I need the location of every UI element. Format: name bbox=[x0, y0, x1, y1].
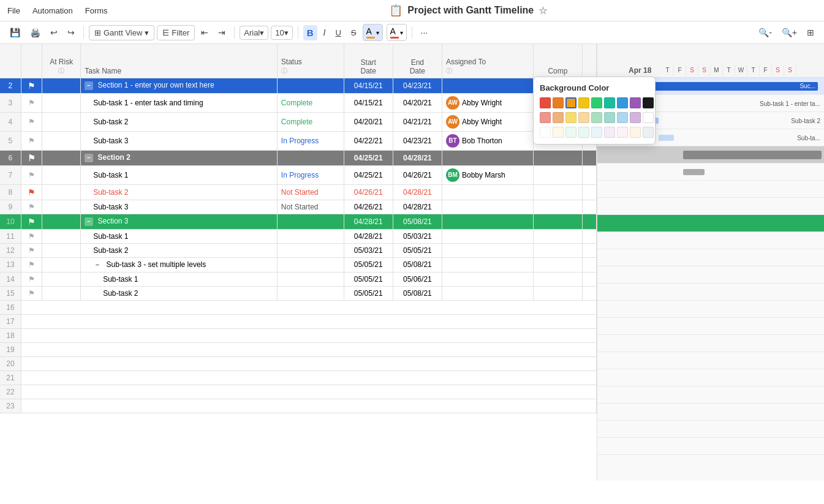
color-swatch[interactable] bbox=[578, 97, 589, 108]
task-name-cell[interactable]: Sub-task 1 bbox=[81, 272, 278, 286]
star-icon[interactable]: ☆ bbox=[539, 5, 547, 17]
assigned-info-icon: ⓘ bbox=[446, 67, 452, 74]
color-swatch[interactable] bbox=[578, 112, 589, 123]
flag-cell[interactable]: ⚑ bbox=[21, 229, 42, 243]
task-name-cell[interactable]: Sub-task 1 bbox=[81, 165, 278, 184]
more-options-button[interactable]: ··· bbox=[417, 25, 432, 40]
color-swatch[interactable] bbox=[591, 112, 602, 123]
strikethrough-button[interactable]: S bbox=[347, 26, 360, 40]
task-name-cell[interactable]: Sub-task 3 bbox=[81, 200, 278, 214]
font-size-selector[interactable]: 10 ▾ bbox=[271, 26, 292, 40]
color-swatch[interactable] bbox=[630, 112, 641, 123]
row-num: 9 bbox=[0, 200, 21, 214]
color-swatch[interactable] bbox=[617, 97, 628, 108]
extra-cell bbox=[582, 150, 596, 165]
color-grid-row3 bbox=[540, 127, 649, 138]
color-swatch[interactable] bbox=[553, 97, 564, 108]
undo-button[interactable]: ↩ bbox=[47, 25, 61, 40]
indent-increase-button[interactable]: ⇥ bbox=[214, 25, 229, 40]
color-swatch[interactable] bbox=[565, 112, 576, 123]
collapse-icon[interactable]: − bbox=[85, 217, 93, 226]
redo-button[interactable]: ↪ bbox=[64, 25, 78, 40]
color-swatch-selected[interactable] bbox=[565, 97, 576, 108]
fullscreen-button[interactable]: ⊞ bbox=[803, 25, 818, 40]
bold-button[interactable]: B bbox=[303, 25, 317, 40]
task-name-cell[interactable]: Sub-task 2 bbox=[81, 243, 278, 257]
flag-cell[interactable]: ⚑ bbox=[21, 131, 42, 150]
color-swatch[interactable] bbox=[604, 97, 615, 108]
save-button[interactable]: 💾 bbox=[6, 25, 24, 40]
collapse-icon[interactable]: − bbox=[85, 81, 93, 90]
extra-cell bbox=[582, 257, 596, 272]
zoom-in-button[interactable]: 🔍+ bbox=[778, 25, 801, 40]
flag-cell[interactable]: ⚑ bbox=[21, 257, 42, 272]
bg-color-dropdown-arrow[interactable]: ▾ bbox=[376, 29, 379, 36]
gantt-row bbox=[597, 249, 824, 266]
gantt-view-button[interactable]: ⊞ Gantt View ▾ bbox=[89, 25, 154, 40]
flag-cell[interactable]: ⚑ bbox=[21, 93, 42, 112]
color-swatch[interactable] bbox=[553, 127, 564, 138]
print-button[interactable]: 🖨️ bbox=[26, 25, 44, 40]
task-name-cell[interactable]: − Sub-task 3 - set multiple levels bbox=[81, 257, 278, 272]
font-color-button[interactable]: A ▾ bbox=[387, 24, 407, 41]
indent-decrease-button[interactable]: ⇤ bbox=[197, 25, 212, 40]
flag-cell[interactable]: ⚑ bbox=[21, 112, 42, 131]
color-swatch[interactable] bbox=[540, 97, 551, 108]
task-name-cell[interactable]: Sub-task 1 bbox=[81, 229, 278, 243]
row-num: 5 bbox=[0, 131, 21, 150]
menu-file[interactable]: File bbox=[7, 6, 20, 15]
underline-button[interactable]: U bbox=[331, 26, 344, 40]
color-swatch[interactable] bbox=[643, 112, 654, 123]
assigned-cell: AW Abby Wright bbox=[442, 93, 533, 112]
flag-cell[interactable]: ⚑ bbox=[21, 286, 42, 300]
flag-cell[interactable]: ⚑ bbox=[21, 184, 42, 200]
color-swatch[interactable] bbox=[553, 112, 564, 123]
background-color-button[interactable]: A ▾ bbox=[363, 24, 383, 41]
color-swatch[interactable] bbox=[604, 127, 615, 138]
flag-cell[interactable]: ⚑ bbox=[21, 150, 42, 165]
color-swatch[interactable] bbox=[591, 97, 602, 108]
flag-cell[interactable]: ⚑ bbox=[21, 200, 42, 214]
flag-cell[interactable]: ⚑ bbox=[21, 243, 42, 257]
color-swatch[interactable] bbox=[643, 97, 654, 108]
flag-cell[interactable]: ⚑ bbox=[21, 214, 42, 229]
collapse-icon[interactable]: − bbox=[85, 154, 93, 162]
color-swatch[interactable] bbox=[604, 112, 615, 123]
collapse-icon[interactable]: − bbox=[93, 261, 102, 269]
task-name-cell[interactable]: Sub-task 2 bbox=[81, 184, 278, 200]
task-name-cell[interactable]: Sub-task 1 - enter task and timing bbox=[81, 93, 278, 112]
task-name-cell[interactable]: Sub-task 3 bbox=[81, 131, 278, 150]
color-swatch[interactable] bbox=[643, 127, 654, 138]
color-swatch[interactable] bbox=[540, 127, 551, 138]
color-swatch[interactable] bbox=[578, 127, 589, 138]
color-swatch[interactable] bbox=[630, 127, 641, 138]
table-row: 22 bbox=[0, 385, 597, 399]
menu-forms[interactable]: Forms bbox=[85, 6, 108, 15]
font-selector[interactable]: Arial ▾ bbox=[240, 26, 268, 40]
color-swatch[interactable] bbox=[617, 127, 628, 138]
color-swatch[interactable] bbox=[591, 127, 602, 138]
task-name-cell[interactable]: Sub-task 2 bbox=[81, 286, 278, 300]
end-cell: 05/06/21 bbox=[393, 272, 442, 286]
color-swatch[interactable] bbox=[540, 112, 551, 123]
color-swatch[interactable] bbox=[617, 112, 628, 123]
menu-automation[interactable]: Automation bbox=[32, 6, 73, 15]
gantt-row bbox=[597, 284, 824, 301]
start-cell: 04/25/21 bbox=[344, 150, 393, 165]
task-name-cell[interactable]: − Section 2 bbox=[81, 150, 278, 165]
flag-cell[interactable]: ⚑ bbox=[21, 78, 42, 93]
row-num: 6 bbox=[0, 150, 21, 165]
comp-cell bbox=[533, 257, 582, 272]
flag-cell[interactable]: ⚑ bbox=[21, 272, 42, 286]
italic-button[interactable]: I bbox=[320, 25, 330, 40]
font-color-dropdown-arrow[interactable]: ▾ bbox=[400, 29, 403, 36]
start-cell: 05/05/21 bbox=[344, 272, 393, 286]
color-swatch[interactable] bbox=[630, 97, 641, 108]
task-name-cell[interactable]: − Section 1 - enter your own text here bbox=[81, 78, 278, 93]
zoom-out-button[interactable]: 🔍- bbox=[755, 25, 776, 40]
task-name-cell[interactable]: Sub-task 2 bbox=[81, 112, 278, 131]
color-swatch[interactable] bbox=[565, 127, 576, 138]
flag-cell[interactable]: ⚑ bbox=[21, 165, 42, 184]
task-name-cell[interactable]: − Section 3 bbox=[81, 214, 278, 229]
filter-button[interactable]: ⋿ Filter bbox=[157, 25, 195, 40]
